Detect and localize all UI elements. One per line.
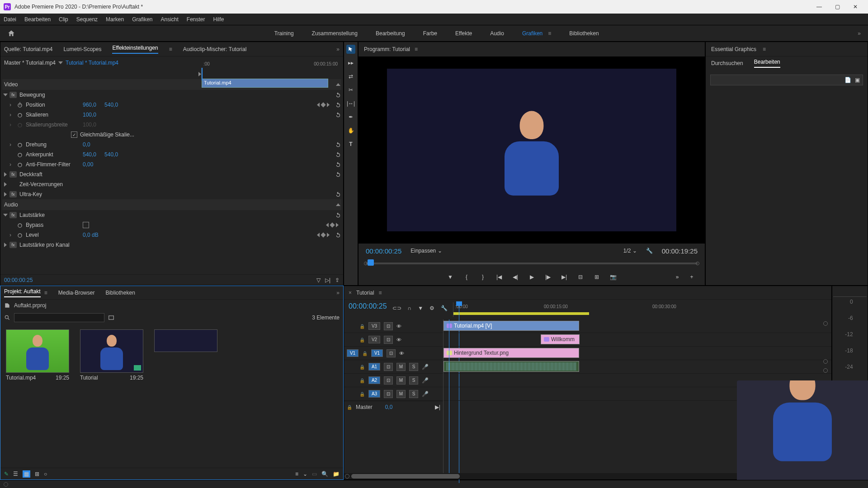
panel-menu-icon[interactable]: ≡ — [44, 290, 47, 296]
markers-icon[interactable]: ▼ — [418, 305, 423, 311]
reset-icon[interactable] — [335, 112, 341, 118]
reset-icon[interactable] — [335, 232, 341, 238]
program-scrubber[interactable] — [359, 258, 705, 269]
lock-icon[interactable] — [359, 364, 365, 370]
chevron-down-icon[interactable] — [58, 61, 63, 64]
eg-tab-bearbeiten[interactable]: Bearbeiten — [754, 59, 780, 68]
reset-icon[interactable] — [335, 191, 341, 197]
clip-v2[interactable]: Willkomm — [541, 334, 580, 344]
lock-icon[interactable] — [362, 350, 368, 357]
tab-projekt[interactable]: Projekt: Auftakt — [4, 288, 41, 297]
voiceover-icon[interactable]: 🎤 — [422, 391, 429, 397]
panel-menu-icon[interactable]: ≡ — [169, 46, 172, 52]
zoom-slider-icon[interactable]: ○ — [44, 471, 47, 477]
expand-icon[interactable] — [4, 243, 7, 247]
tab-quelle[interactable]: Quelle: Tutorial.mp4 — [4, 46, 52, 52]
mini-clip[interactable]: Tutorial.mp4 — [202, 79, 328, 88]
snap-icon[interactable]: ⊂⊃ — [392, 305, 401, 311]
sync-lock-icon[interactable]: ⊡ — [384, 363, 393, 371]
fx-lautstaerke-kanal[interactable]: fx Lautstärke pro Kanal — [2, 240, 341, 250]
track-name[interactable]: V2 — [368, 336, 380, 343]
sync-lock-icon[interactable]: ⊡ — [384, 322, 393, 330]
fx-badge-icon[interactable]: fx — [9, 92, 17, 98]
drehung-value[interactable]: 0,0 — [83, 141, 90, 148]
timeline-ruler[interactable]: :00:00 00:00:15:00 00:00:30:00 — [453, 302, 827, 317]
fx-deckkraft[interactable]: fx Deckkraft — [2, 169, 341, 179]
filter-icon[interactable]: ▽ — [316, 277, 321, 283]
bin-thumbnail[interactable] — [6, 329, 69, 373]
settings-wrench-icon[interactable]: 🔧 — [646, 248, 653, 254]
go-to-out-button[interactable]: ▶| — [560, 273, 568, 281]
bin-item[interactable]: Tutorial.mp419:25 — [6, 329, 69, 381]
tab-lumetri-scopes[interactable]: Lumetri-Scopes — [63, 46, 101, 52]
pen-icon[interactable]: ✎ — [4, 471, 9, 477]
work-area-bar[interactable] — [453, 312, 589, 315]
workspace-overflow-icon[interactable]: » — [858, 30, 861, 37]
panel-overflow-icon[interactable]: » — [336, 46, 340, 52]
tab-media-browser[interactable]: Media-Browser — [58, 290, 95, 296]
mute-button[interactable]: M — [396, 376, 406, 385]
solo-button[interactable]: S — [409, 363, 418, 371]
sort-dropdown-icon[interactable]: ⌄ — [303, 471, 307, 477]
home-icon[interactable] — [7, 29, 15, 38]
bin-thumbnail[interactable] — [80, 329, 143, 373]
freeform-view-icon[interactable]: ⊞ — [35, 471, 39, 477]
add-button-icon[interactable]: + — [688, 273, 696, 281]
fx-badge-icon[interactable]: fx — [9, 171, 17, 178]
pen-tool[interactable]: ✒ — [346, 113, 355, 122]
sequence-clip-link[interactable]: Tutorial * Tutorial.mp4 — [66, 60, 118, 66]
lock-icon[interactable] — [359, 337, 365, 343]
mute-button[interactable]: M — [396, 363, 406, 371]
play-only-icon[interactable]: ▷| — [325, 277, 330, 283]
lock-icon[interactable] — [347, 404, 352, 410]
add-marker-button[interactable]: ▼ — [446, 273, 454, 281]
zoom-handle-icon[interactable] — [823, 321, 828, 326]
reset-icon[interactable] — [335, 151, 341, 158]
stopwatch-icon[interactable] — [17, 102, 23, 108]
workspace-effekte[interactable]: Effekte — [455, 30, 472, 37]
stopwatch-icon[interactable] — [17, 161, 23, 168]
eg-tab-durchsuchen[interactable]: Durchsuchen — [711, 60, 743, 66]
project-search-input[interactable] — [14, 313, 104, 322]
collapse-icon[interactable] — [336, 203, 340, 206]
track-name[interactable]: A3 — [368, 390, 380, 398]
step-forward-button[interactable]: |▶ — [544, 273, 552, 281]
workspace-audio[interactable]: Audio — [490, 30, 504, 37]
reset-icon[interactable] — [335, 171, 341, 178]
stopwatch-icon[interactable] — [17, 112, 23, 118]
clip-v1[interactable]: Hintergrund Textur.png — [443, 348, 579, 358]
timeline-playhead-line[interactable] — [449, 319, 449, 473]
eg-group-icon[interactable]: ▣ — [855, 77, 860, 83]
track-select-tool[interactable]: ▸▸ — [346, 58, 355, 67]
fx-badge-icon[interactable]: fx — [9, 212, 17, 218]
clip-v3[interactable]: Tutorial.mp4 [V] — [443, 321, 579, 331]
expand-icon[interactable] — [4, 182, 7, 187]
menu-sequenz[interactable]: Sequenz — [76, 16, 98, 23]
ankerpunkt-y-value[interactable]: 540,0 — [104, 151, 118, 158]
track-header-v2[interactable]: V2 ⊡ — [344, 333, 443, 347]
zoom-dropdown[interactable]: 1/2 ⌄ — [623, 248, 637, 254]
tl-close-icon[interactable]: × — [349, 290, 352, 296]
solo-button[interactable]: S — [409, 390, 418, 398]
workspace-zusammenstellung[interactable]: Zusammenstellung — [312, 30, 358, 37]
menu-grafiken[interactable]: Grafiken — [132, 16, 152, 23]
track-name[interactable]: V1 — [371, 349, 383, 357]
linked-selection-icon[interactable]: ∩ — [408, 305, 412, 311]
bypass-checkbox[interactable] — [83, 222, 89, 228]
expand-icon[interactable]: › — [9, 232, 14, 238]
collapse-icon[interactable] — [336, 83, 340, 86]
stopwatch-icon[interactable] — [17, 222, 23, 228]
panel-menu-icon[interactable]: ≡ — [379, 290, 382, 296]
workspace-grafiken[interactable]: Grafiken — [522, 30, 542, 37]
zoom-handle-icon[interactable] — [823, 368, 828, 373]
storyboard-icon[interactable] — [108, 314, 114, 321]
menu-hilfe[interactable]: Hilfe — [213, 16, 224, 23]
fit-dropdown[interactable]: Einpassen ⌄ — [410, 248, 442, 254]
track-header-v1[interactable]: V1 V1 ⊡ — [344, 347, 443, 360]
skalieren-value[interactable]: 100,0 — [83, 112, 96, 118]
go-to-in-button[interactable]: |◀ — [495, 273, 503, 281]
keyframe-nav[interactable] — [317, 103, 330, 107]
type-tool[interactable]: T — [346, 140, 355, 149]
workspace-bibliotheken[interactable]: Bibliotheken — [569, 30, 599, 37]
fx-badge-icon[interactable]: fx — [9, 242, 17, 248]
